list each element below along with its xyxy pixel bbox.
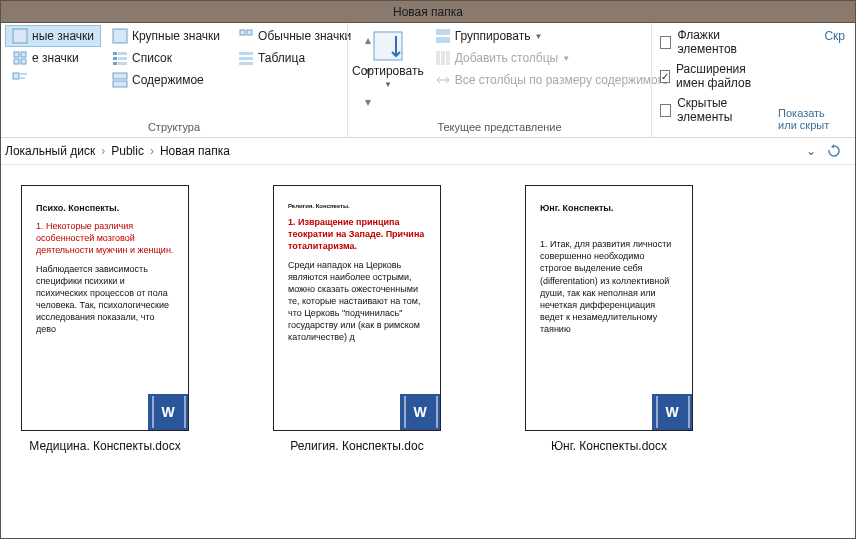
svg-rect-24 <box>436 37 450 43</box>
svg-rect-1 <box>14 52 19 57</box>
layout-table[interactable]: Таблица <box>231 47 358 69</box>
svg-rect-8 <box>113 29 127 43</box>
group-view-label: Текущее представление <box>352 117 647 137</box>
svg-rect-17 <box>240 30 245 35</box>
file-name[interactable]: Религия. Конспекты.doc <box>290 439 423 453</box>
breadcrumb-history-icon[interactable]: ⌄ <box>803 144 819 158</box>
layout-small-icons[interactable]: е значки <box>5 47 101 69</box>
layout-content[interactable]: Содержимое <box>105 69 227 91</box>
svg-rect-25 <box>436 51 440 65</box>
checkbox-icon: ✓ <box>660 70 670 83</box>
chevron-right-icon[interactable]: › <box>99 144 107 158</box>
explorer-window: Новая папка ные значки е значки <box>0 0 856 539</box>
hide-items-cut[interactable]: Скр <box>824 29 845 43</box>
file-pane[interactable]: Психо. Конспекты. 1. Некоторые различия … <box>1 165 855 538</box>
svg-rect-7 <box>20 77 25 79</box>
checkbox-file-extensions[interactable]: ✓ Расширения имен файлов <box>656 59 772 93</box>
chevron-right-icon[interactable]: › <box>148 144 156 158</box>
svg-rect-6 <box>20 73 27 75</box>
large-icons-icon <box>112 28 128 44</box>
window-titlebar: Новая папка <box>1 1 855 23</box>
file-item[interactable]: Психо. Конспекты. 1. Некоторые различия … <box>21 185 189 453</box>
layout-tiles[interactable] <box>5 69 101 91</box>
svg-rect-9 <box>113 52 117 55</box>
svg-rect-20 <box>239 57 253 60</box>
svg-rect-11 <box>113 57 117 60</box>
breadcrumb-seg[interactable]: Новая папка <box>160 144 230 158</box>
svg-rect-2 <box>21 52 26 57</box>
breadcrumb-seg[interactable]: Public <box>111 144 144 158</box>
svg-rect-13 <box>113 62 117 65</box>
svg-rect-4 <box>21 59 26 64</box>
refresh-icon[interactable] <box>827 144 843 158</box>
word-icon: W <box>398 392 441 431</box>
list-icon <box>112 50 128 66</box>
tiles-icon <box>12 72 28 88</box>
svg-rect-14 <box>118 62 127 65</box>
svg-rect-12 <box>118 57 127 60</box>
layout-extra-large-icons[interactable]: ные значки <box>5 25 101 47</box>
file-thumbnail: Юнг. Конспекты. 1. Итак, для развития ли… <box>525 185 693 431</box>
word-icon: W <box>650 392 693 431</box>
svg-rect-18 <box>247 30 252 35</box>
file-thumbnail: Религия. Конспекты. 1. Извращение принци… <box>273 185 441 431</box>
add-columns-icon <box>435 50 451 66</box>
small-icons-icon <box>12 50 28 66</box>
chevron-down-icon: ▼ <box>535 32 543 41</box>
layout-large-icons[interactable]: Крупные значки <box>105 25 227 47</box>
medium-icons-icon <box>238 28 254 44</box>
size-columns-button[interactable]: Все столбцы по размеру содержимого <box>428 69 676 91</box>
file-name[interactable]: Юнг. Конспекты.docx <box>551 439 667 453</box>
svg-rect-22 <box>374 32 402 60</box>
svg-rect-26 <box>441 51 445 65</box>
checkbox-hidden-items[interactable]: Скрытые элементы <box>656 93 772 127</box>
group-by-button[interactable]: Группировать ▼ <box>428 25 676 47</box>
breadcrumb[interactable]: Локальный диск › Public › Новая папка ⌄ <box>1 138 855 165</box>
file-name[interactable]: Медицина. Конспекты.docx <box>29 439 180 453</box>
group-layout-label: Структура <box>5 117 343 137</box>
svg-rect-21 <box>239 62 253 65</box>
checkbox-item-flags[interactable]: Флажки элементов <box>656 25 772 59</box>
svg-rect-16 <box>113 81 127 87</box>
chevron-down-icon: ▼ <box>384 80 392 89</box>
add-columns-button[interactable]: Добавить столбцы ▼ <box>428 47 676 69</box>
svg-rect-3 <box>14 59 19 64</box>
svg-rect-15 <box>113 73 127 79</box>
file-item[interactable]: Юнг. Конспекты. 1. Итак, для развития ли… <box>525 185 693 453</box>
svg-rect-23 <box>436 29 450 35</box>
checkbox-icon <box>660 36 671 49</box>
sort-icon <box>372 30 404 62</box>
file-thumbnail: Психо. Конспекты. 1. Некоторые различия … <box>21 185 189 431</box>
extra-large-icons-icon <box>12 28 28 44</box>
svg-rect-0 <box>13 29 27 43</box>
chevron-down-icon: ▼ <box>562 54 570 63</box>
svg-rect-19 <box>239 52 253 55</box>
breadcrumb-seg[interactable]: Локальный диск <box>5 144 95 158</box>
ribbon: ные значки е значки Крупные значки <box>1 23 855 138</box>
show-hide-label-cut: Показать или скрыт <box>778 107 845 131</box>
svg-rect-5 <box>13 73 19 79</box>
word-icon: W <box>146 392 189 431</box>
layout-list[interactable]: Список <box>105 47 227 69</box>
layout-medium-icons[interactable]: Обычные значки <box>231 25 358 47</box>
sort-button[interactable]: Сортировать ▼ <box>352 25 424 93</box>
svg-rect-10 <box>118 52 127 55</box>
group-icon <box>435 28 451 44</box>
file-item[interactable]: Религия. Конспекты. 1. Извращение принци… <box>273 185 441 453</box>
window-title: Новая папка <box>393 5 463 19</box>
content-icon <box>112 72 128 88</box>
checkbox-icon <box>660 104 671 117</box>
details-icon <box>238 50 254 66</box>
svg-rect-27 <box>446 51 450 65</box>
autosize-icon <box>435 72 451 88</box>
